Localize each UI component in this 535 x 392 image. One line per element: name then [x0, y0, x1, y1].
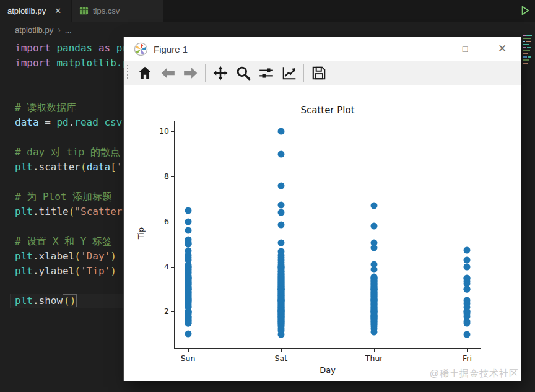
code-line[interactable]: # day 对 tip 的散点	[15, 145, 120, 160]
forward-button[interactable]	[179, 63, 202, 83]
code-token: # 为 Plot 添加标题	[15, 191, 112, 203]
scatter-point	[277, 222, 284, 229]
y-axis-label: Tip	[136, 227, 146, 239]
x-tick-mark	[188, 349, 189, 352]
code-token: 'Tip'	[80, 265, 110, 277]
minimap-code-mark	[523, 56, 527, 58]
code-token: (	[74, 250, 80, 262]
scatter-point	[277, 202, 284, 209]
code-line[interactable]: # 设置 X 和 Y 标签	[15, 234, 112, 249]
code-token: (	[80, 161, 87, 173]
scatter-point	[371, 329, 378, 336]
scatter-point	[185, 218, 191, 225]
axes-box	[174, 121, 481, 349]
home-button[interactable]	[133, 63, 156, 83]
code-token: [	[110, 161, 116, 173]
configure-subplots-button[interactable]	[254, 63, 277, 83]
minimap-code-mark	[523, 63, 528, 64]
code-line[interactable]: import matplotlib.p	[15, 56, 128, 71]
figure-toolbar	[124, 61, 521, 85]
code-token: "Scatter	[74, 206, 122, 217]
code-line[interactable]: plt.title("Scatter	[15, 204, 122, 219]
scatter-point	[371, 223, 378, 230]
code-line[interactable]: plt.show()	[15, 294, 77, 308]
y-tick-mark	[171, 222, 174, 222]
code-token: matplotlib.p	[56, 57, 128, 69]
code-token: )	[110, 250, 116, 262]
code-line[interactable]: plt.ylabel('Tip')	[15, 264, 116, 279]
code-token: ()	[63, 294, 77, 307]
scatter-point	[464, 286, 471, 293]
code-token: plt	[15, 161, 33, 173]
minimap-code-mark	[527, 47, 531, 48]
code-token: scatter	[39, 161, 80, 173]
minimap-code-mark	[523, 41, 525, 42]
code-token: # day 对 tip 的散点	[15, 146, 120, 158]
code-token: .	[33, 161, 39, 173]
minimap-code-mark	[526, 35, 532, 36]
minimap[interactable]	[523, 35, 535, 69]
save-button[interactable]	[307, 63, 330, 83]
code-token	[110, 42, 116, 54]
run-button[interactable]	[518, 3, 533, 18]
minimize-button[interactable]: —	[414, 37, 442, 61]
code-line[interactable]: plt.xlabel('Day')	[15, 249, 116, 264]
code-token: plt	[15, 295, 33, 307]
code-line[interactable]: import pandas as pd	[15, 41, 128, 56]
sliders-icon	[258, 65, 274, 81]
scatter-point	[371, 266, 378, 273]
code-token: xlabel	[39, 250, 75, 262]
toolbar-separator	[205, 64, 206, 82]
y-tick-label: 4	[148, 262, 169, 271]
code-token: '	[116, 161, 123, 173]
minimap-code-mark	[523, 38, 531, 39]
close-button[interactable]: ✕	[488, 37, 516, 61]
minimap-code-mark	[528, 56, 531, 58]
back-arrow-icon	[160, 65, 176, 81]
figure-titlebar[interactable]: Figure 1 — □ ✕	[124, 37, 521, 61]
code-line[interactable]: # 读取数据库	[15, 100, 76, 115]
scatter-point	[277, 183, 284, 189]
code-token: plt	[15, 206, 33, 217]
x-tick-mark	[374, 349, 375, 352]
scatter-point	[277, 150, 284, 157]
y-tick-mark	[171, 267, 174, 268]
pan-button[interactable]	[209, 63, 232, 83]
maximize-button[interactable]: □	[451, 37, 479, 61]
scatter-point	[185, 227, 191, 234]
toolbar-separator	[303, 64, 304, 82]
code-token: ylabel	[39, 265, 75, 277]
watermark: @稀土掘金技术社区	[430, 368, 519, 380]
y-tick-mark	[171, 311, 174, 312]
code-line[interactable]: data = pd.read_csv	[15, 115, 122, 130]
home-icon	[137, 65, 153, 81]
scatter-point	[371, 244, 378, 251]
minimap-code-mark	[523, 44, 529, 45]
code-line[interactable]: plt.scatter(data['	[15, 160, 122, 175]
code-token: read_csv	[74, 116, 122, 128]
toolbar-grip[interactable]	[126, 65, 131, 81]
code-token: plt	[15, 250, 33, 262]
y-tick-label: 8	[148, 172, 169, 181]
y-tick-label: 6	[148, 217, 169, 226]
save-icon	[311, 65, 327, 81]
x-tick-mark	[467, 349, 468, 352]
x-tick-label: Sun	[168, 354, 208, 363]
x-tick-label: Fri	[447, 354, 487, 363]
plot-title: Scatter Plot	[174, 105, 481, 116]
minimap-code-mark	[523, 53, 528, 54]
customize-button[interactable]	[277, 63, 300, 83]
y-tick-mark	[171, 131, 174, 132]
matplotlib-logo-icon	[134, 42, 148, 56]
line-chart-icon	[281, 65, 297, 81]
code-token: plt	[15, 265, 33, 277]
code-line[interactable]: # 为 Plot 添加标题	[15, 189, 112, 204]
code-token: .	[69, 116, 75, 128]
y-tick-label: 2	[148, 307, 169, 316]
window-title: Figure 1	[154, 44, 188, 54]
code-token: pandas	[56, 42, 92, 54]
code-token: =	[39, 116, 57, 128]
scatter-point	[185, 241, 191, 248]
back-button[interactable]	[156, 63, 179, 83]
zoom-button[interactable]	[232, 63, 254, 83]
